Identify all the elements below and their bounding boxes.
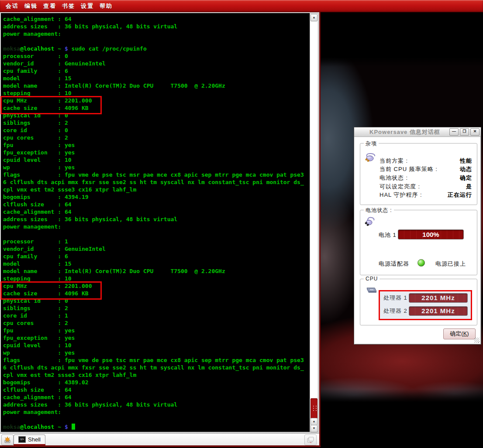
prompt-username: moksa (3, 424, 20, 430)
terminal-line: clflush size : 64 (3, 201, 310, 208)
terminal-line: cpu family : 6 (3, 253, 310, 260)
terminal-line: fpu_exception : yes (3, 149, 310, 156)
scrollbar-thumb[interactable] (310, 398, 317, 419)
terminal-line: vendor_id : GenuineIntel (3, 245, 310, 253)
terminal-line: address sizes : 36 bits physical, 48 bit… (3, 215, 310, 223)
ac-adapter-led-icon (417, 259, 425, 267)
kpowersave-dialog: KPowersave 信息对话框 — ❐ ✕ 杂项 (354, 127, 481, 345)
tab-shell[interactable]: s> Shell (14, 434, 45, 444)
group-misc-title: 杂项 (364, 140, 379, 147)
tab-shell-label: Shell (28, 436, 41, 443)
terminal-screen[interactable]: cache_alignment : 64address sizes : 36 b… (1, 13, 310, 432)
window-border-bottom (0, 445, 321, 447)
scrollbar-up-button[interactable]: ▲ (310, 14, 317, 21)
misc-row-value: 确定 (460, 174, 472, 182)
terminal-line: clflush size : 64 (3, 386, 310, 393)
terminal-line: address sizes : 36 bits physical, 48 bit… (3, 23, 310, 30)
misc-row-value: 性能 (460, 157, 472, 165)
cpu-frequency-bar: 2201 MHz (409, 306, 468, 316)
misc-row-label: 当前方案 : (380, 157, 408, 165)
terminal-line: cache size : 4096 KB (3, 290, 310, 297)
terminal-line: cache_alignment : 64 (3, 208, 310, 215)
misc-row: 当前 CPU 频率策略 : 动态 (380, 165, 472, 174)
terminal-line (3, 230, 310, 238)
minimize-button[interactable]: — (449, 128, 459, 136)
new-session-icon (3, 436, 11, 444)
misc-row-label: HAL 守护程序 : (380, 191, 422, 199)
terminal-line: 6 clflush dts acpi mmx fxsr sse sse2 ss … (3, 178, 310, 186)
terminal-line: model name : Intel(R) Core(TM)2 Duo CPU … (3, 267, 310, 275)
misc-row-label: 电池状态 : (380, 174, 408, 182)
terminal-line: cpu cores : 2 (3, 319, 310, 327)
terminal-line: core id : 1 (3, 312, 310, 319)
misc-row-label: 当前 CPU 频率策略 : (380, 165, 438, 173)
terminal-line: model : 15 (3, 260, 310, 267)
misc-rows: 当前方案 : 性能 当前 CPU 频率策略 : 动态 电池状态 : 确定 (380, 157, 472, 199)
terminal-line: cpuid level : 10 (3, 342, 310, 349)
terminal-line: cpu MHz : 2201.000 (3, 97, 310, 104)
terminal-line (3, 416, 310, 423)
misc-row-label: 可以设定亮度 : (380, 183, 420, 191)
prompt-dollar: $ (65, 45, 68, 52)
misc-row: 电池状态 : 确定 (380, 174, 472, 182)
terminal-prompt-line: moksa@localhost ~ $ sudo cat /proc/cpuin… (3, 45, 310, 52)
misc-row-value: 正在运行 (448, 191, 472, 199)
terminal-line: stepping : 10 (3, 89, 310, 97)
terminal-line: flags : fpu vme de pse tsc msr pae mce c… (3, 171, 310, 178)
terminal-line: model name : Intel(R) Core(TM)2 Duo CPU … (3, 82, 310, 89)
prompt-host: @localhost (20, 45, 54, 52)
terminal-line: fpu_exception : yes (3, 334, 310, 342)
maximize-button[interactable]: ❐ (460, 128, 469, 136)
misc-row: 当前方案 : 性能 (380, 157, 472, 165)
terminal-line: fpu : yes (3, 327, 310, 334)
new-session-button[interactable] (1, 434, 14, 445)
terminal-line: processor : 0 (3, 52, 310, 60)
terminal-line: processor : 1 (3, 238, 310, 245)
terminal-line: model : 15 (3, 75, 310, 82)
scrollbar-up-button-bottom[interactable]: ▲ (310, 418, 317, 425)
terminal-line: siblings : 2 (3, 304, 310, 312)
prompt-host: @localhost (20, 424, 54, 430)
terminal-line: cpl vmx est tm2 ssse3 cx16 xtpr lahf_lm (3, 371, 310, 379)
group-battery: 电池状态 : 电池 1 100% 电源适配器 电源已接上 (360, 210, 477, 275)
terminal-line: cpl vmx est tm2 ssse3 cx16 xtpr lahf_lm (3, 186, 310, 193)
terminal-output: processor : 0vendor_id : GenuineIntelcpu… (3, 52, 310, 423)
cpu-row-label: 处理器 2 (383, 307, 409, 315)
battery-level-bar: 100% (398, 229, 464, 239)
terminal-line: siblings : 2 (3, 119, 310, 127)
terminal-line: cache_alignment : 64 (3, 393, 310, 401)
ok-button[interactable]: 确定(K) (443, 328, 476, 339)
prompt-dollar: $ (65, 424, 68, 430)
window-border-right (319, 12, 321, 447)
konsole-icon: s> (18, 436, 26, 443)
terminal-line: cpu family : 6 (3, 67, 310, 75)
terminal-frame: cache_alignment : 64address sizes : 36 b… (0, 12, 319, 433)
dialog-title-bar[interactable]: KPowersave 信息对话框 — ❐ ✕ (354, 127, 481, 137)
terminal-line: cpu MHz : 2201.000 (3, 282, 310, 290)
prompt-tilde: ~ (54, 45, 64, 52)
session-tab-bar: s> Shell (0, 433, 319, 445)
terminal-scrollback: cache_alignment : 64address sizes : 36 b… (3, 15, 310, 45)
terminal-line: physical id : 0 (3, 112, 310, 119)
cpu-row-label: 处理器 1 (383, 294, 409, 302)
terminal-line: 6 clflush dts acpi mmx fxsr sse sse2 ss … (3, 364, 310, 371)
terminal-command: sudo cat /proc/cpuinfo (68, 45, 147, 52)
cpu-chip-icon (364, 286, 377, 295)
terminal-scrollbar[interactable]: ▲ ▲ ▼ (310, 13, 318, 432)
close-button[interactable]: ✕ (470, 128, 480, 136)
resize-grip[interactable] (474, 338, 480, 343)
misc-row-value: 是 (466, 183, 472, 191)
konsole-window: cache_alignment : 64address sizes : 36 b… (0, 0, 321, 447)
scrollbar-down-button[interactable]: ▼ (310, 425, 317, 432)
detach-session-button[interactable] (304, 434, 317, 445)
terminal-line: stepping : 10 (3, 275, 310, 282)
detach-session-icon (307, 437, 314, 444)
terminal-line: core id : 0 (3, 127, 310, 134)
terminal-cursor (72, 424, 75, 430)
battery-1-label: 电池 1 (379, 231, 397, 239)
misc-row-value: 动态 (460, 165, 472, 173)
terminal-line: wp : yes (3, 164, 310, 171)
terminal-line: flags : fpu vme de pse tsc msr pae mce c… (3, 356, 310, 364)
group-battery-title: 电池状态 : (364, 207, 394, 214)
terminal-prompt-line-current: moksa@localhost ~ $ (3, 423, 310, 431)
